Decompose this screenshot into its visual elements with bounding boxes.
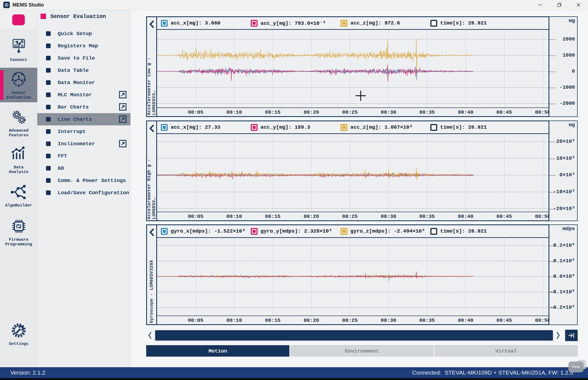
legend-value: 189.3 xyxy=(295,124,310,130)
x-tick-label: 00:05 xyxy=(185,214,207,220)
sidebar-item-settings[interactable]: Settings xyxy=(0,319,37,349)
legend-swatch-icon[interactable] xyxy=(341,20,347,27)
connect-board-icon xyxy=(12,39,26,56)
panel-collapse-chevron[interactable] xyxy=(149,19,155,30)
legend-swatch-icon[interactable] xyxy=(251,20,258,27)
menu-item-load-save-configuration[interactable]: Load/Save Configuration xyxy=(37,187,130,199)
legend-swatch-icon[interactable] xyxy=(161,228,168,235)
menu-bullet-icon xyxy=(46,154,51,158)
tab-motion[interactable]: Motion xyxy=(146,345,289,357)
chat-bubble-icon: ••• xyxy=(568,362,584,372)
legend-swatch-icon[interactable] xyxy=(430,124,437,131)
legend-swatch-icon[interactable] xyxy=(251,228,258,235)
legend-entry[interactable]: acc_y[mg]: 189.3 xyxy=(251,121,310,133)
legend-swatch-icon[interactable] xyxy=(430,20,437,27)
chart-title-vertical: Gyroscope - LSM6DSV320X xyxy=(149,238,154,324)
legend-swatch-icon[interactable] xyxy=(161,20,168,27)
sidebar-item-connect[interactable]: Connect xyxy=(0,35,37,66)
scroll-left-button[interactable] xyxy=(146,329,154,342)
legend-entry[interactable]: time[s]: 26.921 xyxy=(430,225,487,237)
menu-bullet-icon xyxy=(46,68,51,73)
menu-item-registers-map[interactable]: Registers Map xyxy=(37,40,130,52)
x-tick-label: 00:15 xyxy=(262,214,284,220)
open-external-icon[interactable] xyxy=(119,103,127,112)
open-external-icon[interactable] xyxy=(119,140,127,149)
menu-bullet-icon xyxy=(46,105,51,109)
y-tick-label: -1000 xyxy=(550,84,575,90)
menu-item-mlc-monitor[interactable]: MLC Monitor xyxy=(37,89,130,101)
minimize-button[interactable] xyxy=(531,0,550,10)
chart-plot[interactable] xyxy=(157,238,549,316)
legend-swatch-icon[interactable] xyxy=(341,228,347,235)
menu-item-data-monitor[interactable]: Data Monitor xyxy=(37,76,130,89)
scrollbar-trackwrap xyxy=(154,329,554,342)
menu-item-line-charts[interactable]: Line Charts xyxy=(37,113,130,125)
feedback-bubble[interactable]: ••• xyxy=(568,360,586,373)
chart-plot[interactable] xyxy=(157,134,549,212)
panel-collapse-chevron[interactable] xyxy=(149,123,155,134)
sidebar-item-data-analysis[interactable]: Data Analysis xyxy=(0,146,37,175)
menu-item-label: Registers Map xyxy=(58,43,98,49)
menu-item-data-table[interactable]: Data Table xyxy=(37,64,130,76)
x-tick-label: 00:10 xyxy=(223,317,245,323)
legend-swatch-icon[interactable] xyxy=(251,124,258,131)
scroll-right-button[interactable] xyxy=(554,329,562,342)
menu-item-bar-charts[interactable]: Bar Charts xyxy=(37,101,130,113)
menu-item-fft[interactable]: FFT xyxy=(37,150,130,162)
legend-entry[interactable]: time[s]: 26.921 xyxy=(430,17,487,29)
legend-value: 26.921 xyxy=(468,20,487,26)
legend-entry[interactable]: acc_y[mg]: 793.0×10⁻³ xyxy=(251,17,326,29)
legend-entry[interactable]: gyro_y[mdps]: 2.328×10³ xyxy=(251,225,332,237)
menu-item-quick-setup[interactable]: Quick Setup xyxy=(37,27,130,40)
legend-entry[interactable]: acc_x[mg]: 27.33 xyxy=(161,121,220,133)
tab-virtual[interactable]: Virtual xyxy=(434,345,578,357)
gears-icon xyxy=(11,110,27,126)
legend-value: 793.0×10⁻³ xyxy=(295,20,326,26)
branch-nodes-icon xyxy=(10,184,27,201)
legend-label: time[s]: xyxy=(440,20,465,26)
legend-entry[interactable]: acc_z[mg]: 1.067×10³ xyxy=(341,121,412,133)
legend-label: gyro_z[mdps]: xyxy=(350,228,391,234)
tab-environment[interactable]: Environment xyxy=(290,345,433,357)
legend-entry[interactable]: gyro_z[mdps]: -2.494×10³ xyxy=(341,225,425,237)
scroll-to-end-button[interactable] xyxy=(565,330,578,341)
x-tick-label: 00:05 xyxy=(185,317,207,323)
menu-item-comm-power-settings[interactable]: Comm. & Power Settings xyxy=(37,174,130,187)
legend-entry[interactable]: acc_x[mg]: 3.660 xyxy=(161,17,220,29)
menu-item-label: Load/Save Configuration xyxy=(58,190,129,196)
sidebar-item-algobuilder[interactable]: AlgoBuilder xyxy=(0,182,37,209)
chart-bars-icon xyxy=(11,146,26,163)
chart-plot[interactable] xyxy=(157,30,549,107)
legend-swatch-icon[interactable] xyxy=(161,124,168,131)
menu-header: Sensor Evaluation xyxy=(37,10,130,23)
window-title: MEMS Studio xyxy=(13,2,44,8)
menu-item-inclinometer[interactable]: Inclinometer xyxy=(37,138,130,150)
legend-swatch-icon[interactable] xyxy=(430,228,437,235)
legend-entry[interactable]: acc_z[mg]: 972.6 xyxy=(341,17,400,29)
legend-swatch-icon[interactable] xyxy=(341,124,347,131)
menu-bullet-icon xyxy=(46,117,51,122)
sidebar-item-advanced-features[interactable]: Advanced Features xyxy=(0,110,37,138)
sidebar-item-firmware-programming[interactable]: Firmware Programming xyxy=(0,218,37,247)
chart-panel-main: Gyroscope - LSM6DSV320X gyro_x[mdps]: -1… xyxy=(146,224,549,325)
menu-item-save-to-file[interactable]: Save to File xyxy=(37,52,130,64)
menu-bullet-icon xyxy=(46,166,51,171)
chart-legend: gyro_x[mdps]: -1.522×10³ gyro_y[mdps]: 2… xyxy=(157,225,549,238)
sidebar-item-label: Connect xyxy=(10,58,27,62)
legend-entry[interactable]: time[s]: 26.921 xyxy=(430,121,487,133)
open-external-icon[interactable] xyxy=(119,91,127,100)
scrollbar-thumb[interactable] xyxy=(155,330,553,341)
close-button[interactable] xyxy=(569,0,588,10)
panel-collapse-chevron[interactable] xyxy=(149,227,155,238)
menu-item-6d[interactable]: 6D xyxy=(37,162,130,174)
legend-label: acc_x[mg]: xyxy=(171,124,202,130)
open-external-icon[interactable] xyxy=(119,115,127,124)
legend-label: acc_z[mg]: xyxy=(350,124,381,130)
y-tick-label: 2000 xyxy=(550,36,575,42)
menu-item-interrupt[interactable]: Interrupt xyxy=(37,125,130,138)
sidebar-item-sensor-evaluation[interactable]: Sensor Evaluation xyxy=(0,68,37,102)
menu-item-label: Quick Setup xyxy=(58,31,92,37)
y-tick-label: 0.1×10⁶ xyxy=(550,258,575,264)
restore-button[interactable] xyxy=(550,0,569,10)
legend-entry[interactable]: gyro_x[mdps]: -1.522×10³ xyxy=(161,225,245,237)
